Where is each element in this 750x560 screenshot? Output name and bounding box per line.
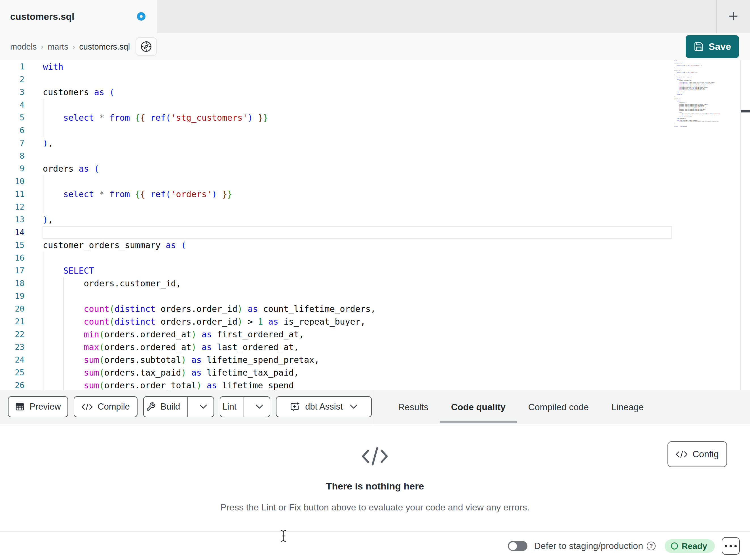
code-line[interactable]: 10 [0,175,750,188]
assist-icon [290,402,300,412]
dbt-assist-button[interactable]: dbt Assist [276,396,372,417]
line-number[interactable]: 17 [0,264,24,277]
line-number[interactable]: 10 [0,175,24,188]
code-line[interactable]: 1with [0,60,750,73]
button-label: dbt Assist [305,402,343,412]
defer-toggle[interactable] [508,541,528,551]
line-number[interactable]: 19 [0,290,24,303]
tab-lineage[interactable]: Lineage [600,390,655,424]
save-button[interactable]: Save [686,35,739,58]
line-number[interactable]: 18 [0,277,24,290]
code-icon [676,451,688,458]
code-line[interactable]: 13), [0,213,750,226]
line-number[interactable]: 25 [0,366,24,379]
code-text: orders as ( [43,162,99,175]
config-button[interactable]: Config [668,441,727,467]
tab-code-quality[interactable]: Code quality [440,390,517,424]
line-number[interactable]: 8 [0,149,24,162]
line-number[interactable]: 16 [0,251,24,264]
line-number[interactable]: 20 [0,303,24,315]
line-number[interactable]: 5 [0,111,24,124]
button-label: Compile [98,402,130,412]
line-number[interactable]: 14 [0,226,24,239]
toolbar-divider [374,390,374,424]
line-number[interactable]: 9 [0,162,24,175]
button-label: Build [160,402,180,412]
line-number[interactable]: 3 [0,86,24,99]
compile-button[interactable]: Compile [74,396,138,417]
code-editor[interactable]: 1with23customers as (45 select * from {{… [0,60,750,391]
editor-toolbar: PreviewCompileBuildLintdbt Assist Result… [0,390,750,424]
docs-compass-button[interactable] [136,37,157,56]
code-line[interactable]: 2 [0,73,750,86]
tab-compiled-code[interactable]: Compiled code [517,390,600,424]
code-line[interactable]: 18 orders.customer_id, [0,277,750,290]
code-line[interactable]: 4 [0,99,750,111]
build-button[interactable]: Build [143,396,214,417]
code-text: customers as ( [43,86,115,99]
breadcrumb-current-file: customers.sql [79,42,130,51]
code-line[interactable]: 14 [0,226,750,239]
code-line[interactable]: 23 max(orders.ordered_at) as last_ordere… [0,341,750,353]
line-number[interactable]: 7 [0,137,24,149]
line-number[interactable]: 24 [0,353,24,366]
code-line[interactable]: 7), [0,137,750,149]
code-line[interactable]: 8 [0,149,750,162]
code-line[interactable]: 25 sum(orders.tax_paid) as lifetime_tax_… [0,366,750,379]
chevron-down-icon[interactable] [349,404,358,409]
code-line[interactable]: 26 sum(orders.order_total) as lifetime_s… [0,379,750,391]
code-line[interactable]: 20 count(distinct orders.order_id) as co… [0,303,750,315]
chevron-down-icon[interactable] [193,397,214,417]
button-label: Lint [222,402,236,412]
code-line[interactable]: 21 count(distinct orders.order_id) > 1 a… [0,315,750,328]
breadcrumb-models[interactable]: models [10,42,37,51]
breadcrumb-marts[interactable]: marts [47,42,68,51]
more-options-button[interactable] [722,537,740,555]
code-line[interactable]: 24 sum(orders.subtotal) as lifetime_spen… [0,353,750,366]
line-number[interactable]: 6 [0,124,24,137]
table-icon [15,402,25,412]
chevron-down-icon[interactable] [249,397,270,417]
code-line[interactable]: 9orders as ( [0,162,750,175]
indent-guide [43,99,43,111]
code-line[interactable]: 19 [0,290,750,303]
indent-guide [43,290,43,303]
line-number[interactable]: 4 [0,99,24,111]
line-number[interactable]: 21 [0,315,24,328]
unsaved-changes-icon [137,12,145,21]
code-line[interactable]: 12 [0,201,750,213]
status-bar: Defer to staging/production ? Ready [0,532,750,560]
plus-icon [729,12,738,21]
line-number[interactable]: 1 [0,60,24,73]
preview-button[interactable]: Preview [8,396,68,417]
status-label: Ready [682,541,707,551]
minimap[interactable]: with customers as ( select * from {{ ref… [674,60,741,390]
code-line[interactable]: 5 select * from {{ ref('stg_customers') … [0,111,750,124]
lint-button[interactable]: Lint [220,396,270,417]
line-number[interactable]: 11 [0,188,24,201]
code-line[interactable]: 3customers as ( [0,86,750,99]
status-badge[interactable]: Ready [665,539,715,553]
help-icon[interactable]: ? [647,542,656,551]
overview-ruler-cursor-marker [741,110,750,112]
new-tab-button[interactable] [725,8,741,24]
code-text: with [43,60,63,73]
line-number[interactable]: 26 [0,379,24,391]
code-text: ), [43,213,53,226]
code-line[interactable]: 6 [0,124,750,137]
code-text: customer_orders_summary as ( [43,239,186,251]
code-line[interactable]: 15customer_orders_summary as ( [0,239,750,251]
tab-results[interactable]: Results [387,390,440,424]
code-line[interactable]: 16 [0,251,750,264]
line-number[interactable]: 12 [0,201,24,213]
line-number[interactable]: 22 [0,328,24,341]
line-number[interactable]: 15 [0,239,24,251]
line-number[interactable]: 2 [0,73,24,86]
code-line[interactable]: 11 select * from {{ ref('orders') }} [0,188,750,201]
line-number[interactable]: 13 [0,213,24,226]
line-number[interactable]: 23 [0,341,24,353]
code-line[interactable]: 17 SELECT [0,264,750,277]
code-line[interactable]: 22 min(orders.ordered_at) as first_order… [0,328,750,341]
tab-bar-background [157,0,750,33]
tab-customers-sql[interactable]: customers.sql [0,0,157,33]
